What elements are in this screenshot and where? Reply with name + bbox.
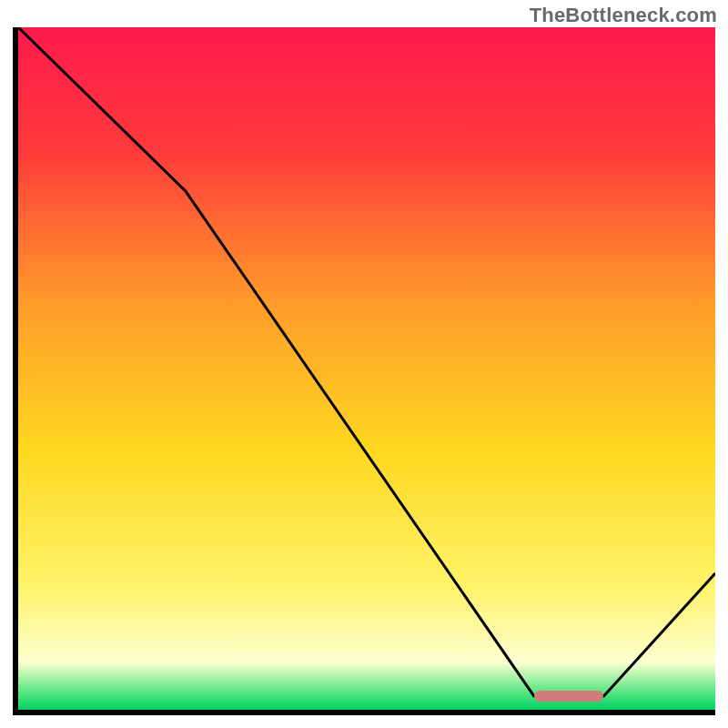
optimum-marker [534, 691, 604, 702]
bottleneck-curve [18, 27, 715, 710]
plot-area [13, 27, 715, 715]
chart-container: TheBottleneck.com [0, 0, 728, 728]
watermark-text: TheBottleneck.com [530, 4, 717, 27]
